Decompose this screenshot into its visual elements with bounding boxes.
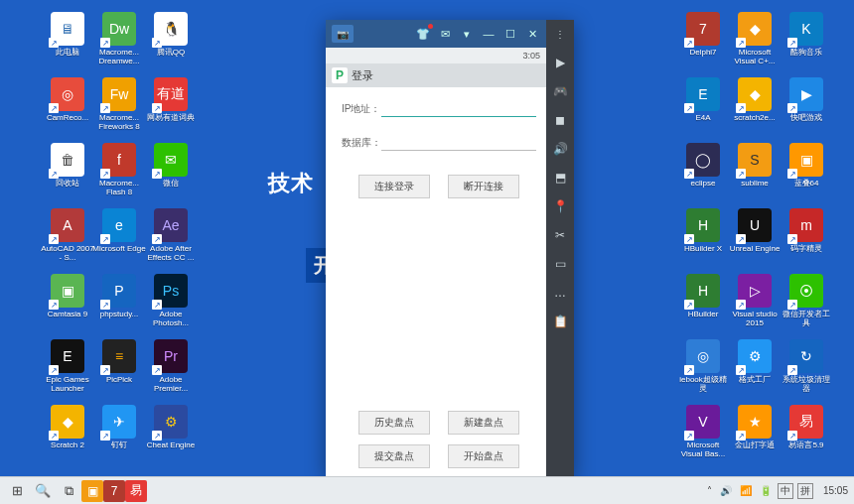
emulator-tab[interactable]: 📷 xyxy=(332,25,354,43)
minimize-button[interactable]: — xyxy=(481,26,497,42)
tray-ime-1[interactable]: 中 xyxy=(778,483,793,499)
connect-button[interactable]: 连接登录 xyxy=(358,175,430,198)
tray-network-icon[interactable]: 📶 xyxy=(738,485,754,496)
desktop-icon[interactable]: f↗Macrome... Flash 8 xyxy=(91,143,147,202)
app-icon: S↗ xyxy=(738,143,772,177)
taskbar-pinned-app[interactable]: 易 xyxy=(125,480,147,502)
tray-battery-icon[interactable]: 🔋 xyxy=(758,485,774,496)
history-button[interactable]: 历史盘点 xyxy=(358,411,430,435)
tray-clock[interactable]: 15:05 xyxy=(821,485,850,496)
desktop-icon[interactable]: ✉↗微信 xyxy=(143,143,199,202)
ip-label: IP地址： xyxy=(342,102,381,116)
app-icon: Ae↗ xyxy=(154,208,188,242)
desktop-icon[interactable]: ◯↗eclipse xyxy=(675,143,731,202)
emulator-side-button[interactable]: … xyxy=(552,285,568,301)
app-icon: E↗ xyxy=(686,77,720,111)
desktop-icon[interactable]: ▣↗Camtasia 9 xyxy=(40,274,95,333)
desktop-icon[interactable]: ◎↗CamReco... xyxy=(40,77,95,137)
desktop-icon[interactable]: S↗sublime xyxy=(727,143,783,202)
emulator-titlebar[interactable]: 📷 👕 ✉ ▾ — ☐ ✕ xyxy=(326,20,546,48)
app-icon: ▷↗ xyxy=(738,274,772,308)
desktop-icon[interactable]: e↗Microsoft Edge xyxy=(91,208,147,268)
desktop-icon[interactable]: ⚙↗格式工厂 xyxy=(727,339,783,399)
desktop-icon[interactable]: Ae↗Adobe After Effects CC ... xyxy=(143,208,199,268)
new-button[interactable]: 新建盘点 xyxy=(448,411,519,435)
start-button[interactable]: 开始盘点 xyxy=(448,444,519,468)
emulator-side-button[interactable]: 📍 xyxy=(552,198,568,214)
desktop-icon[interactable]: ◎↗iebook超级精灵 xyxy=(675,339,731,399)
taskbar: ⊞ 🔍 ⧉ ▣7易 ˄ 🔊 📶 🔋 中 拼 15:05 xyxy=(0,476,854,504)
desktop-icon-label: 金山打字通 xyxy=(728,441,782,449)
desktop-icon[interactable]: ▷↗Visual studio 2015 xyxy=(727,274,783,333)
desktop-icon[interactable]: ◆↗scratch2e... xyxy=(727,77,783,137)
disconnect-button[interactable]: 断开连接 xyxy=(448,175,519,198)
maximize-button[interactable]: ☐ xyxy=(502,26,518,42)
emulator-side-button[interactable]: ▭ xyxy=(552,256,568,272)
desktop-icon-label: Delphi7 xyxy=(676,48,730,57)
desktop-icon[interactable]: 🖥↗此电脑 xyxy=(40,12,95,71)
start-button[interactable]: ⊞ xyxy=(4,480,30,502)
desktop-icon[interactable]: m↗码字精灵 xyxy=(779,208,834,268)
desktop-icon[interactable]: 7↗Delphi7 xyxy=(675,12,731,71)
emulator-side-button[interactable]: 🎮 xyxy=(552,83,568,99)
desktop-icon[interactable]: E↗Epic Games Launcher xyxy=(40,339,95,399)
desktop-icon[interactable]: H↗HBuilder xyxy=(675,274,731,333)
search-button[interactable]: 🔍 xyxy=(30,480,56,502)
desktop-icon[interactable]: ≡↗PicPick xyxy=(91,339,147,399)
desktop-icon-label: 蓝叠64 xyxy=(780,179,833,188)
desktop-icon[interactable]: H↗HBuilder X xyxy=(675,208,731,268)
tray-chevron-icon[interactable]: ˄ xyxy=(705,485,714,496)
close-button[interactable]: ✕ xyxy=(524,26,540,42)
app-body: IP地址： 数据库： 连接登录 断开连接 历史盘点 新建盘点 提交盘点 开始盘点 xyxy=(326,87,546,478)
emulator-side-button[interactable]: 🔊 xyxy=(552,141,568,157)
desktop-icon-label: Camtasia 9 xyxy=(41,310,94,318)
desktop-icon[interactable]: 🐧↗腾讯QQ xyxy=(143,12,199,71)
emulator-side-button[interactable]: ⋮ xyxy=(552,26,568,42)
db-input[interactable] xyxy=(381,135,536,151)
desktop-icon[interactable]: K↗酷狗音乐 xyxy=(779,12,834,71)
app-icon: ▶↗ xyxy=(789,77,823,111)
app-icon: ◆↗ xyxy=(738,12,772,46)
desktop-icon[interactable]: ⦿↗微信开发者工具 xyxy=(779,274,834,333)
tray-ime-2[interactable]: 拼 xyxy=(797,483,813,499)
desktop-icon-label: Adobe Photosh... xyxy=(144,310,198,327)
submit-button[interactable]: 提交盘点 xyxy=(358,444,430,468)
desktop-icon[interactable]: 有道↗网易有道词典 xyxy=(143,77,199,137)
app-icon: H↗ xyxy=(686,274,720,308)
desktop-icon[interactable]: ⚙↗Cheat Engine xyxy=(143,405,199,464)
desktop-icon[interactable]: ▶↗快吧游戏 xyxy=(779,77,834,137)
desktop-icon[interactable]: Pr↗Adobe Premier... xyxy=(143,339,199,399)
desktop-icon[interactable]: ↻↗系统垃圾清理器 xyxy=(779,339,834,399)
desktop-icon[interactable]: P↗phpstudy... xyxy=(91,274,147,333)
desktop-icon[interactable]: A↗AutoCAD 2007 - S... xyxy=(40,208,95,268)
desktop-icon[interactable]: V↗Microsoft Visual Bas... xyxy=(675,405,731,464)
desktop-icon[interactable]: 🗑↗回收站 xyxy=(40,143,95,202)
app-icon: Dw↗ xyxy=(102,12,136,46)
taskview-button[interactable]: ⧉ xyxy=(56,480,81,502)
emulator-side-button[interactable]: ✂ xyxy=(552,227,568,243)
desktop-icon-label: 此电脑 xyxy=(41,48,94,57)
desktop-icon[interactable]: ★↗金山打字通 xyxy=(727,405,783,464)
taskbar-pinned-app[interactable]: 7 xyxy=(103,480,125,502)
taskbar-pinned-app[interactable]: ▣ xyxy=(81,480,103,502)
desktop-icon[interactable]: 易↗易语言5.9 xyxy=(779,405,834,464)
desktop-icon[interactable]: ✈↗钉钉 xyxy=(91,405,147,464)
dropdown-icon[interactable]: ▾ xyxy=(459,26,475,42)
emulator-side-button[interactable]: ◼ xyxy=(552,112,568,128)
desktop-icon[interactable]: Fw↗Macrome... Fireworks 8 xyxy=(91,77,147,137)
desktop-icon[interactable]: U↗Unreal Engine xyxy=(727,208,783,268)
desktop-icon[interactable]: ◆↗Microsoft Visual C+... xyxy=(727,12,783,71)
tray-volume-icon[interactable]: 🔊 xyxy=(718,485,734,496)
emulator-side-button[interactable]: ⬒ xyxy=(552,170,568,186)
desktop-icon[interactable]: ◆↗Scratch 2 xyxy=(40,405,95,464)
ip-input[interactable] xyxy=(381,101,536,117)
desktop-icon[interactable]: Ps↗Adobe Photosh... xyxy=(143,274,199,333)
mail-icon[interactable]: ✉ xyxy=(437,26,453,42)
emulator-side-button[interactable]: 📋 xyxy=(552,314,568,329)
desktop-icon[interactable]: Dw↗Macrome... Dreamwe... xyxy=(91,12,147,71)
shirt-icon[interactable]: 👕 xyxy=(415,26,431,42)
desktop-icon-label: 微信开发者工具 xyxy=(780,310,833,327)
emulator-side-button[interactable]: ▶ xyxy=(552,55,568,70)
desktop-icon[interactable]: E↗E4A xyxy=(675,77,731,137)
desktop-icon[interactable]: ▣↗蓝叠64 xyxy=(779,143,834,202)
